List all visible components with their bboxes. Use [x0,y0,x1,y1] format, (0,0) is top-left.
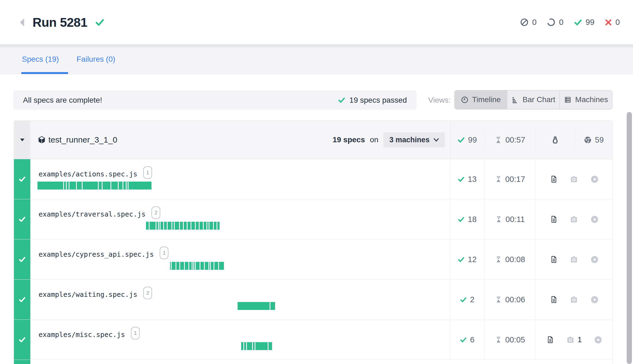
run-status-counts: 0 0 99 0 [520,0,620,45]
spec-row: examples/waiting.spec.js 2 2 00:06 [14,280,612,320]
hourglass-icon [495,176,502,183]
hourglass-icon [495,216,502,223]
play-icon [590,215,599,224]
document-icon [550,256,558,263]
x-icon [605,19,612,26]
chevron-down-icon [434,138,439,142]
run-page: Run 5281 0 0 99 0 Specs (19) [0,0,633,364]
group-browser-chrome: 59 [574,121,613,159]
spec-timeline-bar [170,262,224,270]
video-button[interactable] [590,175,599,184]
caret-down-icon [20,138,25,141]
status-banner: All specs are complete! 19 specs passed [13,90,417,110]
hourglass-icon [495,296,502,303]
spec-name[interactable]: examples/misc.spec.js 1 [39,327,140,342]
screenshots-button[interactable] [570,215,578,223]
document-icon [550,215,558,223]
spec-duration: 00:06 [484,280,536,319]
screenshots-button[interactable] [570,175,578,183]
document-icon [550,175,558,183]
page-scrollbar-thumb[interactable] [627,112,632,364]
machine-group-header: test_runner_3_1_0 19 specs on 3 machines… [14,121,612,159]
view-timeline-button[interactable]: Timeline [455,90,507,109]
spec-passed-status [14,360,30,364]
stdout-button[interactable] [550,215,558,223]
spec-passed-status [14,199,30,239]
video-button[interactable] [594,336,602,344]
screenshots-button[interactable] [570,255,578,264]
spec-artifacts: 1 [536,320,613,360]
play-icon [590,175,599,184]
check-icon [458,176,465,183]
document-icon [550,296,558,303]
spec-name[interactable]: examples/actions.spec.js 1 [39,167,152,181]
chrome-icon [584,136,592,144]
screenshots-button[interactable] [570,295,578,304]
machines-dropdown[interactable]: 3 machines [383,132,445,147]
play-icon [590,295,599,304]
check-icon [460,336,467,343]
spec-group-badge: 1 [160,247,168,259]
views-label: Views: [428,90,451,110]
stdout-button[interactable] [550,175,558,183]
spec-artifacts [536,159,613,199]
back-button[interactable] [17,16,27,28]
failed-count: 0 [605,18,620,27]
spec-passed-status [14,159,30,199]
spec-passed-status [14,320,30,360]
check-icon [19,216,26,223]
spec-row: examples/actions.spec.js 1 13 00:17 [14,159,612,199]
slash-circle-icon [520,18,529,26]
group-duration: 00:57 [484,121,536,159]
screenshots-button[interactable]: 1 [566,335,582,344]
video-button[interactable] [590,215,599,224]
machines-icon [564,96,571,103]
active-tab-underline [21,72,68,74]
linux-penguin-icon [551,136,559,144]
stdout-button[interactable] [550,256,558,263]
page-title: Run 5281 [33,15,87,30]
spec-duration: 00:05 [484,320,536,360]
hourglass-icon [495,256,502,263]
tab-specs[interactable]: Specs (19) [21,45,68,74]
run-passed-icon [95,18,105,27]
video-button[interactable] [590,255,599,264]
video-button[interactable] [590,295,599,304]
stdout-button[interactable] [550,296,558,303]
spec-passed-count: 12 [450,239,484,279]
spec-row: examples/traversal.spec.js 2 18 00:11 [14,199,612,239]
check-icon [574,18,582,26]
check-icon [19,176,26,183]
camera-icon [570,175,578,183]
spec-name[interactable]: examples/waiting.spec.js 2 [39,287,152,301]
hourglass-icon [495,136,502,144]
group-machines-summary: 19 specs on 3 machines [332,121,445,159]
spec-group-badge: 1 [143,166,152,179]
view-bar-chart-button[interactable]: Bar Chart [507,90,560,109]
banner-passed-summary: 19 specs passed [338,96,407,105]
spec-duration: 00:17 [484,159,536,199]
spec-group-badge: 2 [151,206,160,219]
spec-passed-status [14,239,30,279]
stdout-button[interactable] [546,336,554,344]
tab-failures[interactable]: Failures (0) [77,45,116,74]
spec-row-partial [14,360,612,364]
group-os-linux [536,121,574,159]
spec-name[interactable]: examples/traversal.spec.js 2 [39,207,160,221]
camera-icon [570,255,578,264]
camera-icon [570,215,578,223]
hourglass-icon [495,336,502,343]
passed-count: 99 [574,18,594,27]
view-machines-button[interactable]: Machines [560,90,612,109]
spec-name[interactable]: examples/cypress_api.spec.js 1 [39,247,168,261]
run-header: Run 5281 0 0 99 0 [0,0,633,45]
pending-count: 0 [547,18,563,27]
play-icon [590,255,599,264]
collapse-group-button[interactable] [14,121,30,159]
spec-passed-count: 18 [450,199,484,239]
specs-table: test_runner_3_1_0 19 specs on 3 machines… [14,120,613,364]
clock-icon [461,96,468,103]
check-icon [458,256,465,263]
camera-icon [570,295,578,304]
check-icon [458,216,465,223]
